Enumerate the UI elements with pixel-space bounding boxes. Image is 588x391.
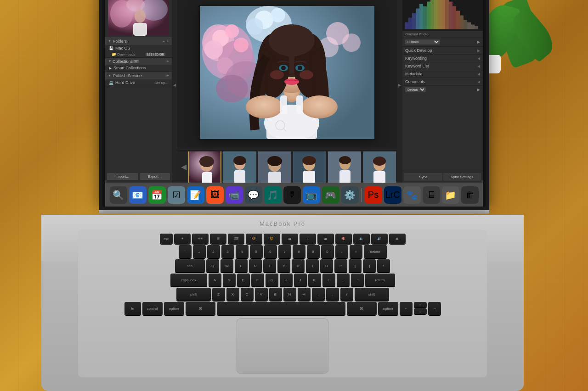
export-button[interactable]: Export... <box>140 173 170 180</box>
key-f8[interactable]: ⏸ <box>300 234 316 244</box>
keyword-list-section[interactable]: Keyword List ◀ <box>402 62 483 70</box>
key-s[interactable]: S <box>223 274 236 286</box>
key-esc[interactable]: esc <box>160 234 173 244</box>
dock-finder[interactable]: 🔍 <box>110 186 127 204</box>
key-fn[interactable]: fn <box>124 302 141 315</box>
sync-button[interactable]: Sync <box>404 173 442 181</box>
key-f[interactable]: F <box>251 274 264 286</box>
dock-ps[interactable]: Ps <box>365 186 382 204</box>
film-thumb-3[interactable] <box>258 151 291 183</box>
dock-notes[interactable]: 📝 <box>187 186 204 204</box>
film-thumb-1[interactable] <box>188 151 221 183</box>
tone-curve-select[interactable]: Custom Linear Medium Contrast <box>405 39 440 45</box>
dock-photos[interactable]: 🖼 <box>206 186 224 204</box>
key-c[interactable]: C <box>241 288 254 301</box>
key-semicolon[interactable]: ; <box>337 274 350 286</box>
dock-extra3[interactable]: 📁 <box>442 186 459 204</box>
key-f6[interactable]: 🔆 <box>264 234 280 244</box>
key-4[interactable]: 4 <box>236 245 249 258</box>
smart-collections[interactable]: ▶ Smart Collections <box>105 65 172 71</box>
metadata-section[interactable]: Metadata ◀ <box>402 70 483 78</box>
dock-calendar[interactable]: 📅 <box>148 186 166 204</box>
dock-messages[interactable]: 💬 <box>245 186 262 204</box>
key-f9[interactable]: ⏭ <box>317 234 334 244</box>
key-6[interactable]: 6 <box>264 245 277 258</box>
dock-mail[interactable]: 📧 <box>129 186 147 204</box>
film-thumb-2[interactable] <box>223 151 256 183</box>
comments-section[interactable]: Comments ◀ <box>402 78 483 85</box>
hard-drive-service[interactable]: 💻 Hard Drive <box>109 80 135 85</box>
key-backtick[interactable]: ` <box>179 245 192 258</box>
key-5[interactable]: 5 <box>250 245 263 258</box>
key-r[interactable]: R <box>249 259 262 272</box>
key-space[interactable] <box>217 302 345 315</box>
key-t[interactable]: T <box>263 259 276 272</box>
key-control[interactable]: control <box>142 302 163 315</box>
dock-facetime[interactable]: 📹 <box>226 186 243 204</box>
film-thumb-6[interactable] <box>363 151 396 183</box>
key-rshift[interactable]: shift <box>355 288 389 301</box>
key-3[interactable]: 3 <box>221 245 234 258</box>
key-option[interactable]: option <box>164 302 184 315</box>
film-thumb-4[interactable] <box>293 151 326 183</box>
key-1[interactable]: 1 <box>193 245 206 258</box>
key-9[interactable]: 9 <box>307 245 320 258</box>
setup-button[interactable]: Set up... <box>154 81 168 85</box>
dock-lrc[interactable]: LrC <box>384 186 401 204</box>
key-u[interactable]: U <box>292 259 305 272</box>
key-period[interactable]: . <box>326 288 339 301</box>
key-return[interactable]: return <box>365 274 395 286</box>
key-o[interactable]: O <box>320 259 333 272</box>
key-y[interactable]: Y <box>277 259 290 272</box>
key-down[interactable]: ↓ <box>414 308 427 314</box>
key-f3[interactable]: ⊞ <box>210 234 226 244</box>
key-i[interactable]: I <box>306 259 319 272</box>
key-h[interactable]: H <box>280 274 293 286</box>
key-n[interactable]: N <box>283 288 296 301</box>
key-l[interactable]: L <box>322 274 335 286</box>
dock-podcasts[interactable]: 🎙 <box>283 186 301 204</box>
key-a[interactable]: A <box>209 274 221 286</box>
left-panel-collapse[interactable]: ◀ <box>172 0 177 183</box>
key-rcmd[interactable]: ⌘ <box>347 302 377 315</box>
key-e[interactable]: E <box>235 259 248 272</box>
key-right[interactable]: → <box>428 302 441 315</box>
key-f4[interactable]: ⌨ <box>228 234 244 244</box>
key-capslock[interactable]: caps lock <box>170 274 207 286</box>
dock-extra1[interactable]: 🐾 <box>403 186 421 204</box>
key-eject[interactable]: ⏏ <box>389 234 406 244</box>
trackpad[interactable] <box>237 318 328 374</box>
key-f1[interactable]: ☀ <box>174 234 191 244</box>
default-expand[interactable]: ▶ <box>477 88 480 92</box>
key-f2[interactable]: ☀☀ <box>192 234 209 244</box>
key-equals[interactable]: = <box>350 245 362 258</box>
publish-plus[interactable]: + <box>166 73 169 78</box>
key-z[interactable]: Z <box>212 288 225 301</box>
quick-develop-section[interactable]: Quick Develop ▶ <box>402 46 483 54</box>
key-j[interactable]: J <box>294 274 307 286</box>
key-p[interactable]: P <box>334 259 347 272</box>
dock-settings[interactable]: ⚙️ <box>341 186 359 204</box>
key-f7[interactable]: ⏮ <box>282 234 298 244</box>
key-x[interactable]: X <box>226 288 239 301</box>
right-panel-collapse[interactable]: ▶ <box>397 0 402 183</box>
sync-settings-button[interactable]: Sync Settings <box>443 173 481 181</box>
key-backslash[interactable]: \ <box>377 259 390 272</box>
key-g[interactable]: G <box>266 274 278 286</box>
key-left[interactable]: ← <box>400 302 413 315</box>
film-thumb-5[interactable] <box>328 151 361 183</box>
key-up[interactable]: ↑ <box>414 302 427 307</box>
key-f12[interactable]: 🔊 <box>371 234 388 244</box>
keywording-section[interactable]: Keywording ◀ <box>402 54 483 62</box>
key-roption[interactable]: option <box>378 302 398 315</box>
key-slash[interactable]: / <box>340 288 353 301</box>
dock-tv[interactable]: 📺 <box>303 186 320 204</box>
key-8[interactable]: 8 <box>293 245 305 258</box>
tone-curve-expand[interactable]: ▶ <box>477 40 480 44</box>
filmstrip-prev[interactable]: ◀ <box>181 162 187 171</box>
key-f5[interactable]: 🔅 <box>246 234 262 244</box>
key-q[interactable]: Q <box>206 259 219 272</box>
key-minus[interactable]: - <box>335 245 348 258</box>
collections-plus[interactable]: + <box>166 59 169 64</box>
dock-extra2[interactable]: 🖥 <box>423 186 440 204</box>
